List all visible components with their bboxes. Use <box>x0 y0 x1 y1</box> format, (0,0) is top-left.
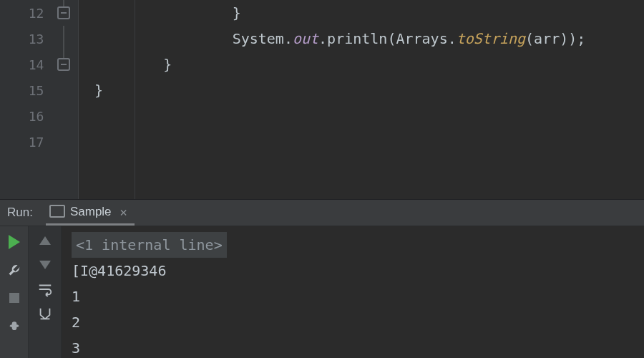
line-number: 16 <box>0 109 49 124</box>
code-line[interactable]: } <box>79 52 644 77</box>
stop-icon <box>9 293 19 303</box>
console-line: 3 <box>72 335 634 358</box>
console-system-line: <1 internal line> <box>72 232 634 258</box>
code-line[interactable]: } <box>79 0 644 26</box>
wrench-icon <box>8 263 21 276</box>
run-body: <1 internal line>[I@41629346123 <box>0 226 644 358</box>
arrow-down-icon <box>39 261 51 269</box>
code-area[interactable]: } System.out.println(Arrays.toString(arr… <box>79 0 644 199</box>
fold-column <box>49 77 78 103</box>
console-line: 2 <box>72 309 634 335</box>
run-tool-window: Run: Sample ✕ <1 inte <box>0 199 644 358</box>
code-line[interactable] <box>79 103 644 129</box>
close-icon[interactable]: ✕ <box>120 205 127 219</box>
indent-guide <box>135 0 135 199</box>
fold-column <box>49 0 78 26</box>
fold-handle-icon[interactable] <box>57 6 70 19</box>
run-toolbar <box>0 226 29 358</box>
run-tab-sample[interactable]: Sample ✕ <box>46 200 135 226</box>
play-icon <box>9 235 20 249</box>
dump-threads-button[interactable] <box>7 319 21 334</box>
fold-column <box>49 103 78 129</box>
fold-column <box>49 52 78 77</box>
down-stack-button[interactable] <box>37 258 53 272</box>
gutter-row: 14 <box>0 52 78 77</box>
editor-gutter: 121314151617 <box>0 0 79 199</box>
line-number: 14 <box>0 57 49 72</box>
code-line[interactable] <box>79 129 644 155</box>
gutter-row: 12 <box>0 0 78 26</box>
gutter-row: 13 <box>0 26 78 52</box>
run-label: Run: <box>0 205 46 226</box>
gutter-row: 15 <box>0 77 78 103</box>
settings-button[interactable] <box>8 263 21 276</box>
gutter-row: 16 <box>0 103 78 129</box>
run-tab-label: Sample <box>70 205 112 219</box>
run-header: Run: Sample ✕ <box>0 200 644 226</box>
bug-icon <box>7 319 21 334</box>
rerun-button[interactable] <box>6 233 23 251</box>
scroll-end-icon <box>37 306 53 321</box>
code-editor[interactable]: 121314151617 } System.out.println(Arrays… <box>0 0 644 199</box>
line-number: 15 <box>0 83 49 98</box>
console-line: [I@41629346 <box>72 258 634 284</box>
gutter-row: 17 <box>0 129 78 155</box>
line-number: 12 <box>0 6 49 21</box>
code-line[interactable]: } <box>79 77 644 103</box>
scroll-to-end-button[interactable] <box>37 306 53 321</box>
arrow-up-icon <box>39 236 51 245</box>
fold-column <box>49 129 78 155</box>
console-output[interactable]: <1 internal line>[I@41629346123 <box>62 226 644 358</box>
fold-column <box>49 26 78 52</box>
soft-wrap-button[interactable] <box>37 282 53 296</box>
application-icon <box>52 207 64 217</box>
line-number: 17 <box>0 135 49 150</box>
stop-button[interactable] <box>6 289 23 306</box>
soft-wrap-icon <box>37 281 53 297</box>
up-stack-button[interactable] <box>37 233 53 248</box>
console-line: 1 <box>72 284 634 309</box>
fold-handle-icon[interactable] <box>57 58 70 71</box>
code-line[interactable]: System.out.println(Arrays.toString(arr))… <box>79 26 644 52</box>
console-nav-toolbar <box>29 226 62 358</box>
line-number: 13 <box>0 32 49 47</box>
